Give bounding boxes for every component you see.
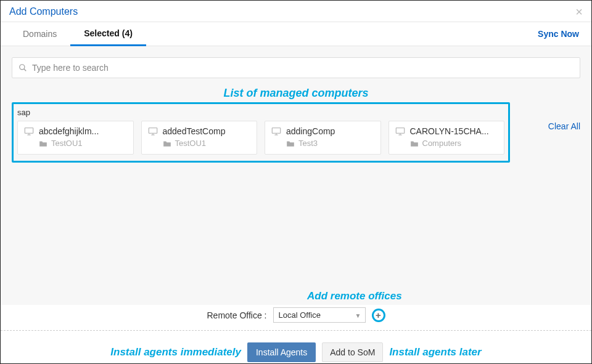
search-icon xyxy=(18,63,27,72)
search-input[interactable] xyxy=(32,63,574,73)
group-label: sap xyxy=(17,107,504,121)
computer-ou-row: TestOU1 xyxy=(148,139,251,148)
computer-name-row: addingComp xyxy=(271,126,374,136)
computer-name-row: CAROLYN-15CHA... xyxy=(395,126,498,136)
sync-now-link[interactable]: Sync Now xyxy=(534,23,583,45)
computers-group: sap abcdefghijklm... TestOU1 xyxy=(12,102,510,163)
svg-rect-8 xyxy=(272,128,280,134)
tab-selected[interactable]: Selected (4) xyxy=(70,22,146,46)
install-agents-button[interactable]: Install Agents xyxy=(247,342,316,362)
modal-header: Add Computers × xyxy=(1,1,591,22)
folder-icon xyxy=(39,140,47,147)
computer-name: abcdefghijklm... xyxy=(39,126,99,136)
computer-card[interactable]: addedTestComp TestOU1 xyxy=(141,121,258,155)
computer-ou-row: Computers xyxy=(395,139,498,148)
tabs-row: Domains Selected (4) Sync Now xyxy=(1,22,591,46)
search-wrap xyxy=(12,57,580,78)
remote-office-selected: Local Office xyxy=(279,310,321,320)
close-icon[interactable]: × xyxy=(575,6,583,18)
add-computers-modal: Add Computers × Domains Selected (4) Syn… xyxy=(0,0,592,364)
computer-card[interactable]: abcdefghijklm... TestOU1 xyxy=(17,121,134,155)
monitor-icon xyxy=(24,127,34,135)
clear-all-link[interactable]: Clear All xyxy=(548,121,580,131)
remote-office-label: Remote Office : xyxy=(207,310,266,320)
modal-title: Add Computers xyxy=(9,6,78,17)
computer-card[interactable]: addingComp Test3 xyxy=(265,121,381,155)
computer-card[interactable]: CAROLYN-15CHA... Computers xyxy=(388,121,505,155)
folder-icon xyxy=(163,140,171,147)
add-to-som-button[interactable]: Add to SoM xyxy=(322,342,383,362)
svg-line-1 xyxy=(24,69,27,71)
svg-rect-5 xyxy=(149,128,157,134)
computer-name: CAROLYN-15CHA... xyxy=(410,126,489,136)
computer-ou-row: TestOU1 xyxy=(24,139,127,148)
computer-name-row: addedTestComp xyxy=(148,126,251,136)
chevron-down-icon: ▼ xyxy=(355,312,361,318)
remote-office-select[interactable]: Local Office ▼ xyxy=(273,307,366,323)
folder-icon xyxy=(410,140,419,147)
monitor-icon xyxy=(395,127,405,135)
computer-ou: Computers xyxy=(422,139,462,148)
monitor-icon xyxy=(271,127,281,135)
annotation-install-now: Install agents immediately xyxy=(110,346,241,358)
computer-ou: TestOU1 xyxy=(51,139,83,148)
add-remote-office-button[interactable]: + xyxy=(372,309,385,322)
tab-domains[interactable]: Domains xyxy=(9,23,70,45)
computer-name: addingComp xyxy=(286,126,335,136)
computer-ou: Test3 xyxy=(298,139,318,148)
monitor-icon xyxy=(148,127,158,135)
svg-rect-11 xyxy=(396,128,404,134)
computer-ou: TestOU1 xyxy=(175,139,207,148)
computer-name-row: abcdefghijklm... xyxy=(24,126,127,136)
computer-name: addedTestComp xyxy=(163,126,226,136)
footer-actions: Install agents immediately Install Agent… xyxy=(1,331,591,364)
annotation-list-title: List of managed computers xyxy=(12,87,580,100)
remote-office-row: Add remote offices Remote Office : Local… xyxy=(1,305,591,326)
svg-point-0 xyxy=(20,65,25,70)
folder-icon xyxy=(286,140,295,147)
svg-rect-2 xyxy=(25,128,33,134)
annotation-install-later: Install agents later xyxy=(389,346,481,358)
computer-ou-row: Test3 xyxy=(271,139,374,148)
modal-body: List of managed computers Clear All sap … xyxy=(1,46,591,305)
computer-cards: abcdefghijklm... TestOU1 addedT xyxy=(17,121,504,155)
annotation-add-remote: Add remote offices xyxy=(307,290,402,302)
